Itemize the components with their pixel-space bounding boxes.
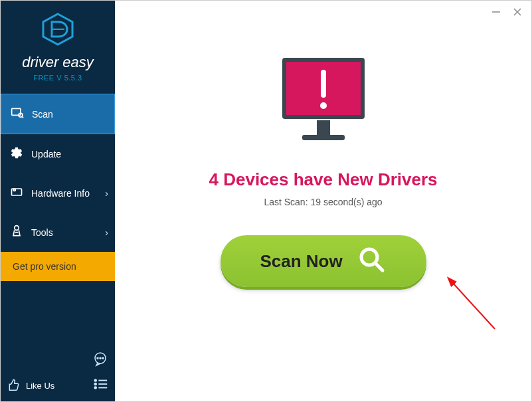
nav-label: Tools: [31, 227, 53, 238]
nav-label: Hardware Info: [31, 188, 90, 199]
svg-text:i: i: [14, 188, 15, 191]
version-label: FREE V 5.5.3: [1, 74, 115, 82]
last-scan-text: Last Scan: 19 second(s) ago: [264, 197, 382, 207]
content: 4 Devices have New Drivers Last Scan: 19…: [115, 1, 531, 287]
chat-icon[interactable]: [92, 351, 108, 369]
svg-point-16: [94, 383, 96, 385]
app-window: driver easy FREE V 5.5.3 Scan: [0, 0, 532, 402]
scan-now-button[interactable]: Scan Now: [221, 235, 426, 287]
svg-point-18: [94, 387, 96, 389]
chevron-right-icon: ›: [105, 188, 108, 199]
get-pro-label: Get pro version: [13, 261, 76, 272]
svg-line-4: [22, 116, 23, 118]
nav-label: Scan: [32, 109, 53, 120]
chevron-right-icon: ›: [105, 227, 108, 238]
scan-now-label: Scan Now: [260, 251, 342, 272]
close-button[interactable]: [513, 6, 522, 20]
like-us-button[interactable]: Like Us: [7, 378, 54, 393]
sidebar-bottom: Like Us: [1, 346, 115, 401]
thumbs-up-icon: [7, 378, 21, 393]
nav: Scan Update i Hardware In: [1, 94, 115, 252]
svg-point-14: [94, 379, 96, 381]
svg-point-12: [100, 357, 101, 359]
titlebar: [491, 1, 531, 25]
nav-item-tools[interactable]: Tools ›: [1, 213, 115, 252]
svg-rect-26: [302, 135, 345, 140]
scan-icon: [11, 106, 24, 122]
get-pro-button[interactable]: Get pro version: [1, 252, 115, 281]
tools-icon: [10, 225, 23, 240]
brand-name: driver easy: [1, 54, 115, 71]
monitor-alert-icon: [277, 54, 370, 153]
gear-icon: [10, 146, 23, 161]
nav-item-update[interactable]: Update: [1, 134, 115, 173]
svg-line-30: [375, 263, 383, 270]
hardware-icon: i: [10, 185, 23, 201]
nav-label: Update: [31, 149, 61, 159]
nav-item-scan[interactable]: Scan: [1, 94, 115, 134]
svg-rect-25: [317, 120, 330, 135]
main-content: 4 Devices have New Drivers Last Scan: 19…: [115, 1, 531, 401]
svg-point-8: [15, 226, 19, 231]
svg-point-13: [102, 357, 104, 359]
search-icon: [357, 245, 387, 277]
status-headline: 4 Devices have New Drivers: [209, 169, 438, 190]
menu-icon[interactable]: [94, 377, 108, 393]
svg-line-31: [452, 282, 495, 329]
minimize-button[interactable]: [491, 6, 501, 20]
svg-point-28: [320, 102, 327, 109]
sidebar: driver easy FREE V 5.5.3 Scan: [1, 1, 115, 401]
like-us-label: Like Us: [26, 381, 54, 391]
nav-item-hardware-info[interactable]: i Hardware Info ›: [1, 173, 115, 213]
logo-area: driver easy FREE V 5.5.3: [1, 1, 115, 88]
brand-logo-icon: [1, 13, 115, 49]
spacer: [1, 281, 115, 346]
svg-point-11: [97, 357, 98, 359]
